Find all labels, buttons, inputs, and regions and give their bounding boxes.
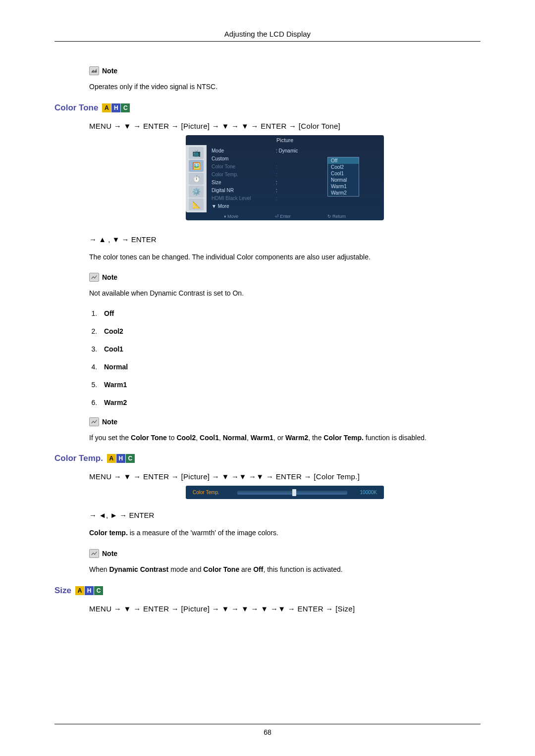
osd-row-label: ▼ More (212, 203, 276, 209)
popup-option[interactable]: Normal (328, 177, 359, 183)
osd-row-label: Digital NR (212, 188, 276, 193)
option-item: Warm2 (99, 399, 481, 406)
note-icon (89, 273, 99, 282)
note-text: Operates only if the video signal is NTS… (89, 82, 481, 92)
badge-c: C (94, 586, 103, 595)
badge-a: A (75, 586, 84, 595)
color-temp-slider[interactable]: Color Temp. 10000K (186, 486, 384, 499)
option-item: Cool2 (99, 327, 481, 335)
osd-picture-menu: Picture 📺 🖼️ ⏱️ ⚙️ 📐 Mode: DynamicCustom… (186, 135, 384, 220)
osd-icon-picture[interactable]: 🖼️ (189, 160, 204, 172)
color-tone-note2: If you set the Color Tone to Cool2, Cool… (89, 433, 481, 443)
section-color-tone: Color Tone A H C (54, 103, 481, 113)
osd-icon-multi[interactable]: 📐 (189, 199, 204, 210)
ahc-badges: A H C (107, 454, 135, 463)
slider-label: Color Temp. (193, 490, 232, 495)
osd-row-label: Mode (212, 148, 276, 153)
ahc-badges: A H C (102, 103, 130, 112)
nav-arrows-ctemp: → ◄, ► → ENTER (89, 511, 481, 519)
option-label: Warm2 (104, 399, 127, 406)
note-label: Note (102, 273, 117, 281)
osd-row-value: : Dynamic (276, 148, 380, 153)
osd-row-label: HDMI Black Level (212, 196, 276, 201)
option-label: Warm1 (104, 381, 127, 389)
option-label: Cool1 (104, 345, 123, 353)
page-number: 68 (54, 724, 481, 736)
option-item: Warm1 (99, 381, 481, 389)
osd-title: Picture (186, 135, 384, 145)
osd-row-label: Color Tone (212, 164, 276, 169)
slider-track[interactable] (237, 491, 347, 495)
osd-row[interactable]: Mode: Dynamic (212, 147, 380, 155)
note-icon (89, 549, 99, 558)
option-label: Cool2 (104, 327, 123, 335)
page-header: Adjusting the LCD Display (54, 30, 481, 42)
popup-option[interactable]: Cool2 (328, 164, 359, 170)
badge-a: A (102, 103, 111, 112)
color-temp-desc: Color temp. is a measure of the 'warmth'… (89, 528, 481, 538)
nav-path-color-tone: MENU → ▼ → ENTER → [Picture] → ▼ → ▼ → E… (89, 122, 481, 130)
badge-h: H (85, 586, 94, 595)
osd-row-label: Size (212, 180, 276, 185)
osd-row-value: : (276, 196, 380, 201)
badge-h: H (111, 103, 120, 112)
option-label: Normal (104, 363, 128, 371)
option-item: Normal (99, 363, 481, 371)
section-color-temp: Color Temp. A H C (54, 454, 481, 463)
osd-row-label: Custom (212, 156, 276, 161)
osd-color-tone-popup[interactable]: OffCool2Cool1NormalWarm1Warm2 (327, 157, 359, 197)
option-item: Off (99, 309, 481, 317)
note-label: Note (102, 418, 117, 426)
color-temp-note: When Dynamic Contrast mode and Color Ton… (89, 565, 481, 575)
note-icon (89, 66, 99, 75)
osd-hint-move: ♦ Move (224, 214, 238, 219)
badge-a: A (107, 454, 116, 463)
slider-value: 10000K (352, 490, 377, 495)
nav-path-size: MENU → ▼ → ENTER → [Picture] → ▼ → ▼ → ▼… (89, 605, 481, 613)
note-label: Note (102, 550, 117, 557)
osd-footer: ♦ Move ⏎ Enter ↻ Return (186, 212, 384, 220)
osd-icon-input[interactable]: 📺 (189, 147, 204, 159)
color-tone-note1: Not available when Dynamic Contrast is s… (89, 289, 481, 299)
option-item: Cool1 (99, 345, 481, 353)
popup-option[interactable]: Off (328, 157, 359, 164)
note-label: Note (102, 67, 117, 75)
ahc-badges: A H C (75, 586, 103, 595)
osd-row[interactable]: ▼ More (212, 202, 380, 210)
nav-arrows-ct: → ▲ , ▼ → ENTER (89, 235, 481, 244)
heading-text: Color Temp. (54, 454, 103, 463)
badge-c: C (126, 454, 135, 463)
osd-icon-sound[interactable]: ⏱️ (189, 173, 204, 185)
popup-option[interactable]: Warm1 (328, 183, 359, 190)
heading-text: Color Tone (54, 103, 98, 113)
color-tone-options: OffCool2Cool1NormalWarm1Warm2 (99, 309, 481, 406)
popup-option[interactable]: Cool1 (328, 170, 359, 177)
heading-text: Size (54, 586, 71, 596)
osd-sidebar: 📺 🖼️ ⏱️ ⚙️ 📐 (186, 145, 207, 212)
page-footer: 68 (54, 724, 481, 736)
badge-c: C (121, 103, 130, 112)
option-label: Off (104, 309, 114, 317)
slider-thumb[interactable] (292, 489, 296, 496)
nav-path-color-temp: MENU → ▼ → ENTER → [Picture] → ▼ →▼ →▼ →… (89, 472, 481, 481)
popup-option[interactable]: Warm2 (328, 190, 359, 196)
badge-h: H (116, 454, 125, 463)
note-icon (89, 417, 99, 426)
color-tone-desc: The color tones can be changed. The indi… (89, 252, 481, 262)
section-size: Size A H C (54, 586, 481, 596)
osd-icon-setup[interactable]: ⚙️ (189, 186, 204, 198)
osd-hint-return: ↻ Return (327, 214, 346, 219)
osd-hint-enter: ⏎ Enter (275, 214, 291, 219)
osd-row-label: Color Temp. (212, 172, 276, 177)
